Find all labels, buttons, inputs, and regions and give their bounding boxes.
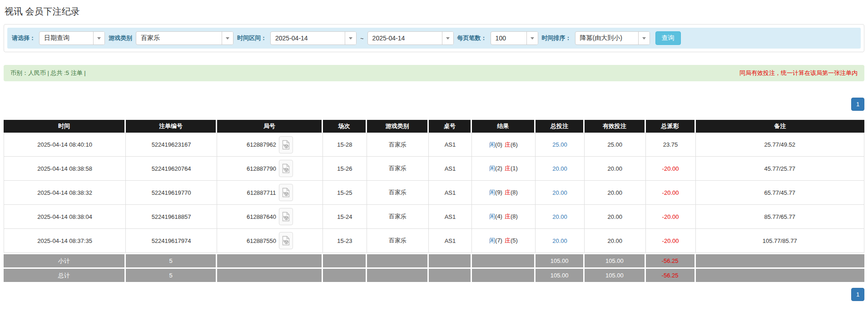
query-type-select[interactable]: 日期查询 — [39, 31, 105, 45]
valid-bet-cell: 20.00 — [585, 205, 646, 229]
bet-id-cell: 522419617974 — [126, 229, 217, 253]
video-replay-button[interactable] — [279, 232, 293, 249]
time-cell: 2025-04-14 08:38:58 — [4, 157, 126, 181]
col-header-total-bet: 总投注 — [536, 120, 585, 133]
col-header-time: 时间 — [4, 120, 126, 133]
valid-bet-cell: 20.00 — [585, 181, 646, 205]
search-button[interactable]: 查询 — [655, 31, 681, 45]
total-bet-cell: 25.00 — [536, 133, 585, 157]
empty-cell — [696, 253, 865, 267]
total-bet-link[interactable]: 20.00 — [552, 237, 567, 244]
total-bet-cell: 20.00 — [536, 157, 585, 181]
game-type-cell: 百家乐 — [367, 157, 429, 181]
table-footer: 小计 5 105.00 105.00 -56.25 总计 5 — [4, 253, 864, 282]
empty-cell — [429, 267, 472, 282]
banker-result-label: 庄 — [505, 189, 511, 196]
subtotal-count: 5 — [126, 253, 217, 267]
round-cell: 612887790 — [217, 157, 323, 181]
chevron-down-icon[interactable] — [345, 32, 356, 44]
round-id: 612887962 — [247, 141, 276, 148]
total-payout: -56.25 — [646, 267, 696, 282]
total-valid-bet: 105.00 — [585, 267, 646, 282]
bet-id-cell: 522419618857 — [126, 205, 217, 229]
player-result-value: (0) — [495, 141, 502, 148]
session-cell: 15-28 — [323, 133, 367, 157]
total-bet-cell: 20.00 — [536, 181, 585, 205]
sort-order-select[interactable]: 降冪(由大到小) — [575, 31, 650, 45]
time-cell: 2025-04-14 08:37:35 — [4, 229, 126, 253]
query-type-value: 日期查询 — [40, 32, 93, 44]
remark-cell: 85.77/65.77 — [696, 205, 865, 229]
date-from-select[interactable]: 2025-04-14 — [270, 31, 357, 45]
chevron-down-icon[interactable] — [222, 32, 233, 44]
result-cell: 闲(2)庄(1) — [472, 157, 536, 181]
empty-cell — [429, 253, 472, 267]
session-cell: 15-25 — [323, 181, 367, 205]
bet-id-cell: 522419620764 — [126, 157, 217, 181]
date-to-value: 2025-04-14 — [368, 32, 442, 44]
video-replay-button[interactable] — [279, 136, 293, 153]
col-header-table-no: 桌号 — [429, 120, 472, 133]
subtotal-row: 小计 5 105.00 105.00 -56.25 — [4, 253, 864, 267]
empty-cell — [696, 267, 865, 282]
sort-order-label: 时间排序： — [542, 34, 571, 42]
date-from-value: 2025-04-14 — [271, 32, 345, 44]
player-result-label: 闲 — [489, 141, 495, 148]
round-cell: 612887711 — [217, 181, 323, 205]
date-range-separator: ~ — [360, 35, 364, 42]
total-label: 总计 — [4, 267, 126, 282]
page-size-label: 每页笔数： — [457, 34, 487, 42]
page-size-value: 100 — [491, 32, 526, 44]
video-file-icon — [282, 212, 290, 222]
chevron-down-icon[interactable] — [526, 32, 538, 44]
currency-summary-text: 币别：人民币 | 总共 :5 注单 | — [10, 69, 86, 77]
video-replay-button[interactable] — [279, 160, 293, 177]
page-size-select[interactable]: 100 — [491, 31, 538, 45]
video-file-icon — [282, 236, 290, 246]
video-replay-button[interactable] — [279, 208, 293, 225]
game-type-select[interactable]: 百家乐 — [136, 31, 233, 45]
col-header-bet-id: 注单编号 — [126, 120, 217, 133]
banker-result-value: (1) — [511, 165, 518, 172]
col-header-session: 场次 — [323, 120, 367, 133]
chevron-down-icon[interactable] — [442, 32, 453, 44]
filter-panel: 请选择： 日期查询 游戏类别 百家乐 时间区间： 2025-04-14 ~ 20… — [4, 24, 864, 52]
subtotal-payout: -56.25 — [646, 253, 696, 267]
empty-cell — [472, 253, 536, 267]
total-bet-link[interactable]: 20.00 — [552, 213, 567, 220]
subtotal-label: 小计 — [4, 253, 126, 267]
bet-records-table: 时间 注单编号 局号 场次 游戏类别 桌号 结果 总投注 有效投注 总派彩 备注… — [4, 120, 864, 282]
empty-cell — [323, 253, 367, 267]
video-file-icon — [282, 140, 290, 150]
table-no-cell: AS1 — [429, 181, 472, 205]
time-cell: 2025-04-14 08:40:10 — [4, 133, 126, 157]
video-replay-button[interactable] — [279, 184, 293, 201]
total-count: 5 — [126, 267, 217, 282]
date-to-select[interactable]: 2025-04-14 — [367, 31, 454, 45]
banker-result-label: 庄 — [505, 141, 511, 148]
player-result-label: 闲 — [489, 165, 495, 172]
pagination-top: 1 — [4, 98, 864, 111]
total-bet-link[interactable]: 25.00 — [552, 141, 567, 148]
page-button-1[interactable]: 1 — [851, 98, 864, 111]
table-header: 时间 注单编号 局号 场次 游戏类别 桌号 结果 总投注 有效投注 总派彩 备注 — [4, 120, 864, 133]
chevron-down-icon[interactable] — [638, 32, 650, 44]
game-type-cell: 百家乐 — [367, 229, 429, 253]
round-id: 612887640 — [247, 213, 276, 220]
filter-toolbar: 请选择： 日期查询 游戏类别 百家乐 时间区间： 2025-04-14 ~ 20… — [7, 28, 861, 49]
chevron-down-icon[interactable] — [93, 32, 104, 44]
banker-result-value: (6) — [511, 141, 518, 148]
result-cell: 闲(7)庄(5) — [472, 229, 536, 253]
total-bet-link[interactable]: 20.00 — [552, 165, 567, 172]
round-cell: 612887640 — [217, 205, 323, 229]
valid-bet-cell: 20.00 — [585, 157, 646, 181]
game-type-cell: 百家乐 — [367, 133, 429, 157]
time-range-label: 时间区间： — [237, 34, 267, 42]
page-button-1[interactable]: 1 — [851, 288, 864, 301]
total-bet-link[interactable]: 20.00 — [552, 189, 567, 196]
result-cell: 闲(4)庄(8) — [472, 205, 536, 229]
table-row: 2025-04-14 08:38:32 522419619770 6128877… — [4, 181, 864, 205]
payout-cell: -20.00 — [646, 229, 696, 253]
col-header-game-type: 游戏类别 — [367, 120, 429, 133]
banker-result-value: (8) — [511, 213, 518, 220]
